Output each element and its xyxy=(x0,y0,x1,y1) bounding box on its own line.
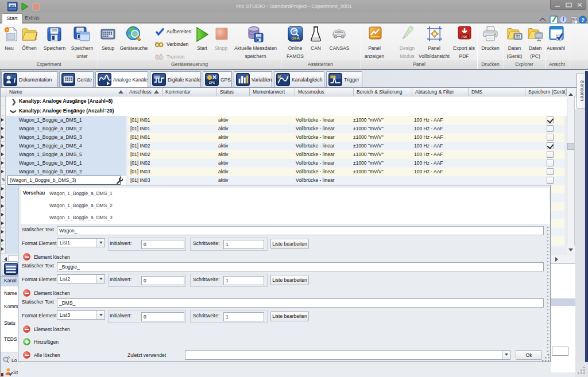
svg-text:PDF: PDF xyxy=(462,35,469,38)
svg-text:?: ? xyxy=(581,17,585,23)
svg-text:imc: imc xyxy=(10,4,15,7)
svg-text:GPS: GPS xyxy=(209,81,215,84)
svg-text:OFA: OFA xyxy=(291,36,299,40)
